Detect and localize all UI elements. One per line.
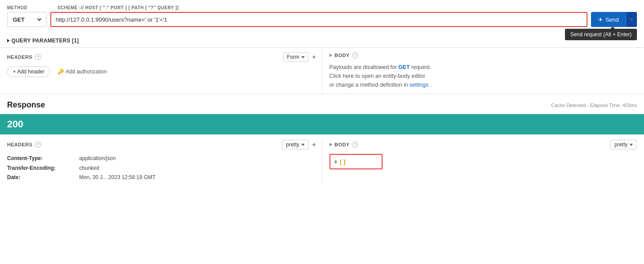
response-header-row-1: Content-Type: application/json — [7, 154, 315, 164]
form-chevron-icon — [301, 56, 305, 58]
add-auth-button[interactable]: 🔑 Add authorization — [54, 67, 110, 77]
response-headers-collapse-arrow[interactable] — [312, 143, 315, 146]
response-section: Response Cache Detected - Elapsed Time: … — [0, 94, 644, 183]
response-headers-panel: HEADERS ? pretty Content-Type: applicati… — [7, 140, 322, 183]
response-header-row: Response Cache Detected - Elapsed Time: … — [7, 100, 637, 110]
headers-panel: HEADERS ? Form + Add header 🔑 Add author… — [0, 48, 322, 94]
response-panels: HEADERS ? pretty Content-Type: applicati… — [7, 140, 637, 183]
pretty-chevron-icon — [301, 144, 305, 146]
method-select[interactable]: GET POST PUT DELETE PATCH — [7, 12, 47, 27]
body-text-line1-end: request. — [411, 64, 431, 70]
send-tooltip: Send request (Alt + Enter) — [565, 29, 637, 40]
send-dropdown-button[interactable] — [626, 12, 637, 27]
response-headers-list: Content-Type: application/json Transfer-… — [7, 154, 315, 183]
labels-row: METHOD SCHEME :// HOST [ ":" PORT ] [ PA… — [7, 5, 637, 12]
response-headers-info-icon[interactable]: ? — [35, 142, 41, 148]
response-headers-pretty-dropdown[interactable]: pretty — [282, 140, 308, 149]
body-expand-arrow[interactable] — [330, 54, 332, 57]
send-button-container: ✈ Send Send request (Alt + Enter) — [591, 12, 637, 27]
url-input-wrapper — [50, 12, 587, 27]
response-body-info-icon[interactable]: ? — [352, 142, 358, 148]
key-icon: 🔑 — [57, 69, 64, 75]
body-text-line3-end: . — [430, 82, 431, 88]
header-val-2: chunked — [79, 165, 99, 171]
response-body-header: BODY ? pretty — [330, 140, 637, 149]
body-info-icon[interactable]: ? — [352, 52, 358, 58]
headers-actions-row: + Add header 🔑 Add authorization — [7, 66, 315, 77]
json-expand-icon — [335, 160, 337, 164]
json-bracket: [ ] — [340, 158, 345, 165]
response-title: Response — [7, 100, 45, 110]
body-panel-title: BODY — [335, 53, 350, 58]
expand-icon — [7, 39, 10, 42]
query-params-row: QUERY PARAMETERS [1] — [7, 35, 637, 47]
body-text-line3-start: or change a method definition in — [330, 82, 408, 88]
send-button-label: Send — [606, 16, 619, 23]
method-dropdown[interactable]: GET POST PUT DELETE PATCH — [11, 16, 43, 23]
send-button-group: ✈ Send — [591, 12, 637, 27]
body-settings-link[interactable]: settings — [409, 82, 428, 88]
form-dropdown[interactable]: Form — [283, 52, 309, 62]
query-params-toggle[interactable]: QUERY PARAMETERS [1] — [7, 38, 637, 44]
headers-panel-title: HEADERS — [7, 54, 32, 60]
header-key-3: Date: — [7, 173, 78, 183]
body-pretty-chevron-icon — [629, 144, 633, 146]
header-key-1: Content-Type: — [7, 154, 78, 164]
method-label: METHOD — [7, 5, 50, 10]
response-headers-pretty-label: pretty — [286, 142, 299, 148]
header-key-2: Transfer-Encoding: — [7, 164, 78, 173]
response-headers-label: HEADERS — [7, 142, 32, 147]
response-header-row-2: Transfer-Encoding: chunked — [7, 164, 315, 173]
add-auth-label: Add authorization — [66, 69, 107, 75]
response-body-panel: BODY ? pretty [ ] — [322, 140, 637, 183]
body-panel-header-left: BODY ? — [330, 52, 359, 58]
url-scheme-label: SCHEME :// HOST [ ":" PORT ] [ PATH [ "?… — [57, 5, 637, 10]
response-header-row-3: Date: Mon, 30 J... 2023 12:56:19 GMT — [7, 173, 315, 183]
header-val-1: application/json — [79, 155, 116, 161]
headers-body-section: HEADERS ? Form + Add header 🔑 Add author… — [0, 48, 644, 94]
body-panel: BODY ? Payloads are disallowed for GET r… — [322, 48, 644, 94]
body-text-line2: Click here to open an entity-body editor — [330, 73, 426, 79]
url-row: GET POST PUT DELETE PATCH ✈ Send — [7, 12, 637, 27]
status-bar: 200 — [0, 114, 644, 134]
form-label: Form — [287, 54, 299, 60]
headers-panel-header-left: HEADERS ? — [7, 54, 41, 60]
response-headers-header: HEADERS ? pretty — [7, 140, 315, 149]
send-plane-icon: ✈ — [598, 16, 603, 23]
method-container: GET POST PUT DELETE PATCH — [7, 12, 47, 27]
response-body-label: BODY — [335, 142, 350, 147]
json-response-box[interactable]: [ ] — [330, 154, 383, 169]
headers-collapse-arrow[interactable] — [312, 55, 315, 59]
headers-panel-header: HEADERS ? Form — [7, 52, 315, 62]
headers-info-icon[interactable]: ? — [35, 54, 41, 60]
response-body-expand-arrow[interactable] — [330, 143, 332, 146]
body-get-link[interactable]: GET — [398, 64, 410, 70]
chevron-down-icon — [630, 19, 633, 21]
body-text-line1: Payloads are disallowed for — [330, 64, 397, 70]
body-panel-header: BODY ? — [330, 52, 637, 58]
add-header-button[interactable]: + Add header — [7, 66, 50, 77]
query-params-label: QUERY PARAMETERS [1] — [11, 38, 79, 44]
cache-info: Cache Detected - Elapsed Time: 403ms — [551, 103, 637, 108]
response-body-pretty-dropdown[interactable]: pretty — [610, 140, 637, 149]
request-section: METHOD SCHEME :// HOST [ ":" PORT ] [ PA… — [0, 0, 644, 48]
length-info: length: 44 chars, 48 bytes — [7, 30, 637, 35]
body-text: Payloads are disallowed for GET request.… — [330, 63, 637, 89]
header-val-3: Mon, 30 J... 2023 12:56:19 GMT — [79, 174, 155, 180]
url-input[interactable] — [51, 13, 587, 26]
send-button[interactable]: ✈ Send — [591, 12, 626, 27]
response-body-pretty-label: pretty — [614, 142, 628, 148]
status-code: 200 — [7, 119, 23, 130]
